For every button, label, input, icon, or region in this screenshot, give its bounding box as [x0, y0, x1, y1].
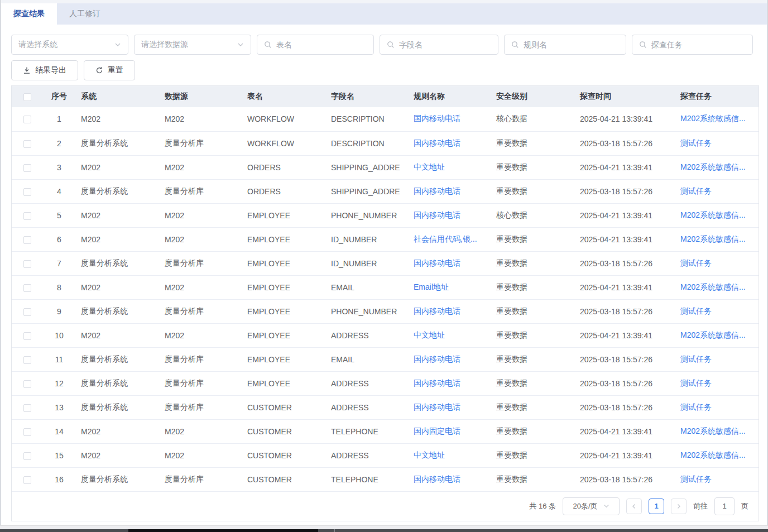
row-checkbox[interactable] [23, 188, 31, 196]
row-checkbox[interactable] [23, 428, 31, 436]
cell-security-level: 重要数据 [491, 251, 574, 275]
table-name-input[interactable] [276, 40, 377, 49]
cell-field-name: ID_NUMBER [325, 251, 408, 275]
cell-table-name: EMPLOYEE [242, 203, 325, 227]
task-link[interactable]: 测试任务 [680, 186, 712, 195]
row-checkbox[interactable] [23, 356, 31, 364]
cell-probe-time: 2025-04-21 13:39:41 [574, 107, 675, 131]
rule-link[interactable]: 国内移动电话 [414, 306, 460, 315]
cell-probe-time: 2025-04-21 13:39:41 [574, 419, 675, 443]
row-checkbox[interactable] [23, 116, 31, 123]
cell-system: M202 [75, 443, 159, 467]
row-checkbox[interactable] [23, 236, 31, 244]
rule-link[interactable]: 国内移动电话 [414, 378, 460, 387]
task-link[interactable]: 测试任务 [680, 306, 712, 315]
row-checkbox[interactable] [23, 212, 31, 220]
goto-page-input[interactable] [714, 497, 735, 515]
field-name-input[interactable] [399, 40, 500, 49]
row-checkbox[interactable] [23, 284, 31, 292]
rule-link[interactable]: 国内移动电话 [414, 258, 460, 267]
select-all-checkbox[interactable] [23, 93, 31, 101]
cell-table-name: CUSTOMER [242, 395, 325, 419]
row-checkbox[interactable] [23, 452, 31, 460]
cell-index: 7 [43, 251, 75, 275]
task-link[interactable]: 测试任务 [680, 258, 712, 267]
row-checkbox[interactable] [23, 308, 31, 316]
task-link[interactable]: M202系统敏感信... [680, 426, 746, 435]
chevron-right-icon [676, 504, 681, 509]
col-index: 序号 [43, 86, 75, 107]
system-select[interactable]: 请选择系统 [11, 35, 128, 55]
table-row: 7度量分析系统度量分析库EMPLOYEEID_NUMBER国内移动电话重要数据2… [12, 251, 759, 275]
cell-system: M202 [75, 203, 159, 227]
probe-task-search[interactable] [632, 35, 753, 55]
next-page-button[interactable] [671, 499, 687, 514]
prev-page-button[interactable] [626, 499, 642, 514]
rule-link[interactable]: 国内移动电话 [414, 354, 460, 363]
page-size-select[interactable]: 20条/页 [563, 497, 620, 515]
task-link[interactable]: 测试任务 [680, 138, 712, 147]
rule-link[interactable]: 中文地址 [414, 162, 445, 171]
cell-probe-time: 2025-04-21 13:39:41 [574, 227, 675, 251]
chevron-down-icon [114, 41, 121, 48]
cell-datasource: 度量分析库 [159, 179, 242, 203]
refresh-icon [95, 66, 103, 74]
cell-datasource: M202 [159, 323, 242, 347]
rule-link[interactable]: 国内固定电话 [414, 426, 460, 435]
cell-system: 度量分析系统 [75, 467, 159, 491]
task-link[interactable]: M202系统敏感信... [680, 330, 746, 339]
cell-datasource: M202 [159, 443, 242, 467]
cell-datasource: M202 [159, 203, 242, 227]
cell-field-name: DESCRIPTION [325, 131, 408, 155]
task-link[interactable]: M202系统敏感信... [680, 450, 746, 459]
table-name-search[interactable] [257, 35, 374, 55]
col-rule-name: 规则名称 [408, 86, 491, 107]
rule-name-input[interactable] [524, 40, 625, 49]
row-checkbox[interactable] [23, 260, 31, 268]
export-results-button[interactable]: 结果导出 [11, 60, 78, 80]
tab-bar: 探查结果 人工修订 [1, 3, 767, 25]
cell-datasource: 度量分析库 [159, 467, 242, 491]
rule-link[interactable]: 中文地址 [414, 450, 445, 459]
table-row: 14M202M202CUSTOMERTELEPHONE国内固定电话重要数据202… [12, 419, 759, 443]
cell-datasource: 度量分析库 [159, 371, 242, 395]
task-link[interactable]: 测试任务 [680, 402, 712, 411]
rule-link[interactable]: 国内移动电话 [414, 475, 460, 483]
row-checkbox[interactable] [23, 164, 31, 172]
probe-task-input[interactable] [651, 40, 752, 49]
task-link[interactable]: M202系统敏感信... [680, 162, 746, 171]
cell-table-name: EMPLOYEE [242, 251, 325, 275]
task-link[interactable]: 测试任务 [680, 475, 712, 483]
rule-link[interactable]: 国内移动电话 [414, 114, 460, 123]
task-link[interactable]: 测试任务 [680, 378, 712, 387]
cell-system: M202 [75, 323, 159, 347]
reset-button[interactable]: 重置 [84, 60, 135, 80]
task-link[interactable]: M202系统敏感信... [680, 234, 746, 243]
cell-security-level: 重要数据 [491, 155, 574, 179]
rule-link[interactable]: 国内移动电话 [414, 210, 460, 219]
field-name-search[interactable] [380, 35, 498, 55]
row-checkbox[interactable] [23, 332, 31, 340]
rule-link[interactable]: 国内移动电话 [414, 138, 460, 147]
page-1-button[interactable]: 1 [649, 499, 664, 514]
task-link[interactable]: M202系统敏感信... [680, 210, 746, 219]
task-link[interactable]: M202系统敏感信... [680, 114, 746, 123]
rule-name-search[interactable] [504, 35, 626, 55]
row-checkbox[interactable] [23, 140, 31, 148]
cell-probe-time: 2025-03-18 15:57:26 [574, 179, 675, 203]
task-link[interactable]: M202系统敏感信... [680, 282, 746, 291]
rule-link[interactable]: 国内移动电话 [414, 402, 460, 411]
task-link[interactable]: 测试任务 [680, 354, 712, 363]
rule-link[interactable]: 国内移动电话 [414, 186, 460, 195]
table-row: 15M202M202CUSTOMERADDRESS中文地址重要数据2025-04… [12, 443, 759, 467]
rule-link[interactable]: 中文地址 [414, 330, 445, 339]
row-checkbox[interactable] [23, 404, 31, 412]
row-checkbox[interactable] [23, 476, 31, 484]
rule-link[interactable]: 社会信用代码,银... [414, 234, 477, 243]
rule-link[interactable]: Email地址 [414, 282, 449, 291]
tab-manual-revision[interactable]: 人工修订 [57, 3, 113, 25]
datasource-select[interactable]: 请选择数据源 [134, 35, 251, 55]
cell-security-level: 重要数据 [491, 347, 574, 371]
row-checkbox[interactable] [23, 380, 31, 388]
tab-probe-results[interactable]: 探查结果 [1, 3, 57, 25]
